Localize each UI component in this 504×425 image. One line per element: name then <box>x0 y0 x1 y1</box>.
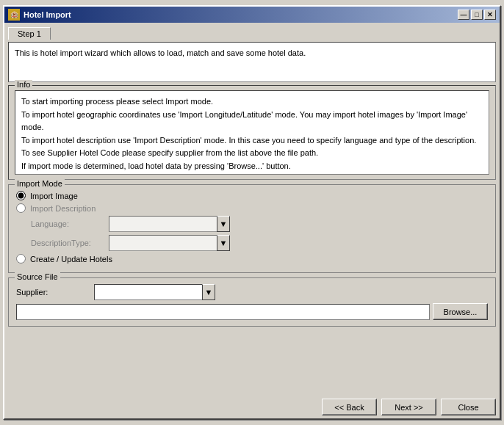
source-file-group: Source File Supplier: ▼ Browse... <box>8 277 496 327</box>
tab-step1[interactable]: Step 1 <box>8 27 51 40</box>
description-type-select-wrapper: ▼ <box>109 235 230 251</box>
language-field-row: Language: ▼ <box>31 216 488 232</box>
radio-import-description-label: Import Description <box>30 204 96 213</box>
info-panel-label: Info <box>15 80 32 89</box>
close-title-button[interactable]: ✕ <box>484 10 496 20</box>
import-mode-group: Import Mode Import Image Import Descript… <box>8 184 496 273</box>
info-line-4: To see Supplier Hotel Code please specif… <box>21 147 483 160</box>
radio-import-image[interactable] <box>16 191 26 200</box>
description-type-label: DescriptionType: <box>31 239 104 247</box>
info-line-2: To import hotel geographic coordinates u… <box>21 109 483 134</box>
main-window: 🏨 Hotel Import — □ ✕ Step 1 This is hote… <box>3 5 501 420</box>
info-box: To start importing process please select… <box>15 90 489 175</box>
description-type-field-row: DescriptionType: ▼ <box>31 235 488 251</box>
radio-import-image-label: Import Image <box>30 192 78 200</box>
radio-create-update[interactable] <box>16 254 26 264</box>
title-bar-controls: — □ ✕ <box>458 10 496 20</box>
supplier-field-row: Supplier: ▼ <box>16 284 488 300</box>
back-button[interactable]: << Back <box>322 399 377 415</box>
language-select-wrapper: ▼ <box>109 216 230 232</box>
minimize-button[interactable]: — <box>458 10 469 20</box>
window-title: Hotel Import <box>24 10 71 19</box>
intro-text: This is hotel import wizard which allows… <box>15 48 306 57</box>
radio-row-create-update: Create / Update Hotels <box>16 254 488 264</box>
file-path-row: Browse... <box>16 303 488 320</box>
intro-text-box: This is hotel import wizard which allows… <box>8 42 496 82</box>
supplier-select[interactable] <box>94 284 215 300</box>
next-button[interactable]: Next >> <box>381 399 436 415</box>
tab-bar: Step 1 <box>8 26 496 39</box>
radio-row-description: Import Description <box>16 203 488 213</box>
file-path-input[interactable] <box>16 304 430 320</box>
title-bar: 🏨 Hotel Import — □ ✕ <box>4 7 500 23</box>
info-line-1: To start importing process please select… <box>21 95 483 109</box>
info-line-5: If import mode is determined, load hotel… <box>21 160 483 173</box>
supplier-select-wrapper: ▼ <box>94 284 215 300</box>
radio-import-description[interactable] <box>16 203 26 213</box>
radio-row-image: Import Image <box>16 191 488 200</box>
language-select[interactable] <box>109 216 230 232</box>
maximize-button[interactable]: □ <box>471 10 483 20</box>
source-file-label: Source File <box>15 272 60 281</box>
close-button[interactable]: Close <box>441 399 496 415</box>
radio-create-update-label: Create / Update Hotels <box>30 255 112 264</box>
browse-button[interactable]: Browse... <box>433 303 488 320</box>
window-body: Step 1 This is hotel import wizard which… <box>4 23 500 394</box>
supplier-label: Supplier: <box>16 288 90 297</box>
window-icon: 🏨 <box>8 9 20 21</box>
info-panel: Info To start importing process please s… <box>8 85 496 180</box>
description-sub-fields: Language: ▼ DescriptionType: ▼ <box>31 216 488 251</box>
import-mode-label: Import Mode <box>15 179 65 188</box>
info-line-3: To import hotel description use 'Import … <box>21 134 483 148</box>
description-type-select[interactable] <box>109 235 230 251</box>
title-bar-left: 🏨 Hotel Import <box>8 9 71 21</box>
bottom-bar: << Back Next >> Close <box>4 394 500 418</box>
language-label: Language: <box>31 219 104 228</box>
